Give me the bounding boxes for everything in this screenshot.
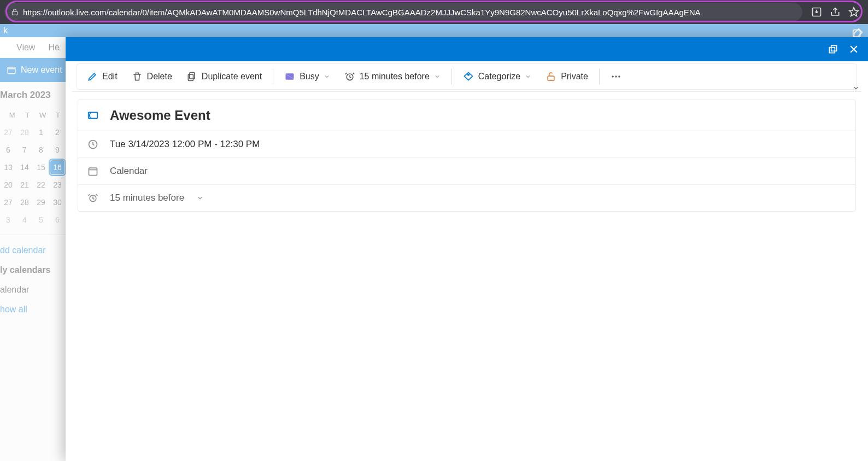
favorite-star-icon[interactable] — [848, 7, 859, 17]
close-button[interactable] — [845, 40, 863, 58]
event-reminder-row[interactable]: 15 minutes before — [78, 184, 855, 211]
event-datetime: Tue 3/14/2023 12:00 PM - 12:30 PM — [110, 139, 260, 150]
svg-rect-9 — [188, 74, 193, 80]
popout-button[interactable] — [824, 40, 842, 58]
event-reminder-value: 15 minutes before — [110, 192, 184, 203]
private-toggle[interactable]: Private — [539, 68, 595, 85]
alarm-icon — [344, 71, 355, 82]
busy-label: Busy — [300, 72, 319, 81]
toolbar-separator — [273, 68, 273, 85]
delete-button[interactable]: Delete — [125, 68, 179, 85]
share-icon[interactable] — [830, 7, 841, 17]
svg-point-16 — [615, 75, 617, 77]
calendar-icon — [87, 166, 99, 177]
clock-icon — [87, 139, 99, 150]
svg-rect-14 — [548, 76, 554, 80]
chevron-down-icon — [525, 73, 531, 80]
svg-point-13 — [468, 74, 470, 75]
svg-point-17 — [618, 75, 620, 77]
chevron-down-icon — [434, 73, 441, 80]
reminder-dropdown[interactable]: 15 minutes before — [338, 68, 447, 85]
categorize-label: Categorize — [478, 72, 520, 81]
busy-icon — [284, 71, 295, 82]
edit-label: Edit — [102, 72, 118, 81]
toolbar-separator — [599, 68, 600, 85]
private-label: Private — [561, 72, 588, 81]
edit-button[interactable]: Edit — [80, 68, 124, 85]
calendar-event-icon — [87, 109, 99, 121]
busy-status-dropdown[interactable]: Busy — [278, 68, 337, 85]
lock-open-icon — [546, 71, 556, 82]
chevron-down-icon — [196, 194, 204, 202]
tag-icon — [463, 71, 474, 82]
duplicate-event-button[interactable]: Duplicate event — [180, 68, 268, 85]
reminder-label: 15 minutes before — [360, 72, 430, 81]
chevron-down-icon — [324, 73, 330, 80]
browser-address-bar[interactable]: https://outlook.live.com/calendar/0/item… — [4, 3, 802, 21]
browser-url-text: https://outlook.live.com/calendar/0/item… — [23, 8, 701, 17]
more-actions-button[interactable] — [604, 68, 628, 85]
lock-icon — [11, 8, 19, 16]
svg-marker-2 — [849, 8, 859, 16]
duplicate-label: Duplicate event — [202, 72, 262, 81]
alarm-icon — [87, 192, 99, 203]
pencil-icon — [87, 71, 98, 82]
event-calendar-row: Calendar — [78, 157, 855, 184]
svg-rect-0 — [12, 11, 17, 15]
browser-address-bar-row: https://outlook.live.com/calendar/0/item… — [0, 0, 868, 24]
more-icon — [611, 71, 621, 82]
event-title-row: Awesome Event — [78, 100, 855, 131]
svg-rect-7 — [829, 48, 835, 53]
event-title: Awesome Event — [110, 108, 210, 123]
modal-toolbar: Edit Delete Duplicate event Busy — [72, 61, 861, 92]
modal-titlebar — [66, 37, 868, 61]
event-time-row: Tue 3/14/2023 12:00 PM - 12:30 PM — [78, 131, 855, 157]
trash-icon — [132, 71, 143, 82]
duplicate-icon — [186, 71, 197, 82]
expand-ribbon-button[interactable] — [851, 84, 861, 92]
browser-actions — [807, 7, 864, 17]
delete-label: Delete — [147, 72, 172, 81]
categorize-dropdown[interactable]: Categorize — [456, 68, 538, 85]
svg-rect-8 — [190, 72, 195, 79]
svg-rect-20 — [89, 168, 97, 175]
install-app-icon[interactable] — [811, 7, 822, 17]
svg-rect-6 — [831, 45, 837, 51]
svg-point-15 — [612, 75, 613, 77]
event-details-modal: Edit Delete Duplicate event Busy — [66, 37, 868, 461]
event-calendar-name: Calendar — [110, 166, 148, 177]
toolbar-separator — [451, 68, 452, 85]
event-details-card: Awesome Event Tue 3/14/2023 12:00 PM - 1… — [78, 100, 856, 212]
